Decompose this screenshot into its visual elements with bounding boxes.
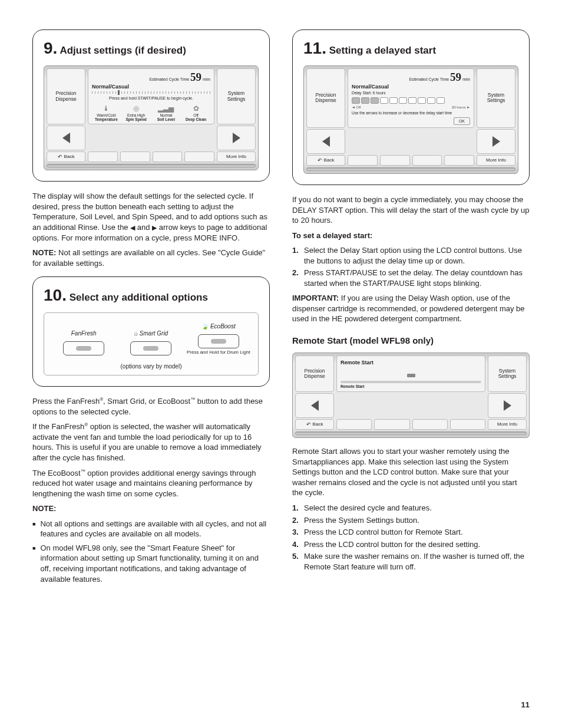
more-info-button: More Info [217,151,256,162]
est-value: 59 [450,71,461,83]
remote-steps-list: 1.Select the desired cycle and features.… [292,503,530,572]
step-10-p1: Press the FanFresh®, Smart Grid, or EcoB… [32,396,270,417]
ok-button: OK [454,117,470,125]
back-button: ↶Back [47,151,85,162]
lcd-scrollbar [295,431,527,435]
step-9-title: 9. Adjust settings (if desired) [44,37,259,60]
step-11-title: 11. Setting a delayed start [303,37,518,60]
arrow-left-button [47,126,85,150]
step-10-heading: Select any additional options [70,292,208,303]
lcd-hint: Press and hold START/PAUSE to begin cycl… [92,95,210,101]
soil-icon: ▂▃▅ [152,103,181,114]
house-icon: ⌂ [134,330,138,338]
drum-light-sublabel: Press and Hold for Drum Light [186,350,251,355]
ecoboost-button [198,334,239,348]
lcd-soft-button [336,419,372,430]
delay-steps-list: 1.Select the Delay Start option using th… [292,245,530,288]
triangle-right-icon [233,133,240,143]
right-arrow-glyph: ▶ [152,224,157,231]
temperature-icon: 🌡 [92,103,121,114]
triangle-right-icon [504,400,511,411]
spin-icon: ◎ [122,103,151,114]
precision-dispense-label: Precision Dispense [295,355,334,392]
arrow-left-button [295,393,334,418]
list-item: 5.Make sure the washer remains on. If th… [292,551,530,572]
lcd-soft-button [120,151,150,162]
step-9-body: The display will show the default settin… [32,191,270,243]
lcd-center: Remote Start Remote Start [336,355,485,392]
delay-set-label: To set a delayed start: [292,230,530,241]
lcd-soft-button [444,155,474,166]
smart-grid-button [130,341,171,355]
back-icon: ↶ [306,421,311,428]
system-settings-label: System Settings [488,355,527,392]
settings-tick-strip [92,91,210,94]
lcd-soft-button [184,151,214,162]
est-unit: min [203,77,210,82]
arrow-right-button [217,126,256,150]
step-11-box: 11. Setting a delayed start Precision Di… [292,29,530,185]
bullet-item: Not all options and settings are availab… [32,519,270,539]
step-11-lcd: Precision Dispense Estimated Cycle Time … [303,65,518,174]
remote-strip [340,381,481,383]
step-11-important: IMPORTANT: If you are using the Delay Wa… [292,293,530,324]
cycle-name: Normal/Casual [92,83,210,90]
lcd-soft-button [88,151,118,162]
step-11-heading: Setting a delayed start [329,45,436,56]
lcd-center: Estimated Cycle Time 59 min Normal/Casua… [348,68,474,128]
back-icon: ↶ [318,157,322,164]
delay-off-label: ◄ Off [352,105,361,110]
fanfresh-button [63,341,104,355]
system-settings-label: System Settings [217,68,256,125]
list-item: 2.Press START/PAUSE to set the delay. Th… [292,268,530,288]
step-9-lcd: Precision Dispense Estimated Cycle Time … [44,65,259,171]
back-button: ↶Back [306,155,345,166]
step-9-note: NOTE: Not all settings are available on … [32,248,270,268]
lcd-scrollbar [47,164,256,167]
system-settings-label: System Settings [477,68,515,128]
triangle-left-icon [62,133,70,143]
list-item: 3.Press the LCD control button for Remot… [292,527,530,538]
leaf-icon: 🍃 [201,322,209,331]
step-10-box: 10. Select any additional options FanFre… [32,276,270,387]
lcd-soft-button [374,419,409,430]
cycle-name: Normal/Casual [352,83,470,90]
step-10-title: 10. Select any additional options [44,284,259,307]
bullet-item: On model WFL98 only, see the "Smart Feat… [32,543,270,584]
setting-spin-speed: ◎Extra HighSpin Speed [122,103,151,121]
lcd-soft-button [412,419,448,430]
step-9-heading: Adjust settings (if desired) [59,45,186,56]
lcd-soft-button [348,155,378,166]
more-info-button: More Info [477,155,515,166]
remote-indicator-icon [407,374,415,377]
triangle-left-icon [311,400,319,411]
lcd-soft-button [412,155,442,166]
step-11-number: 11. [303,39,326,57]
est-unit: min [462,77,470,82]
remote-start-heading: Remote Start (model WFL98 only) [292,335,530,347]
delay-boxes [352,97,470,104]
lcd-scrollbar [306,167,515,171]
precision-dispense-label: Precision Dispense [47,68,85,125]
back-button: ↶Back [295,419,334,430]
arrow-right-button [477,129,515,154]
back-icon: ↶ [58,153,62,160]
remote-start-title: Remote Start [340,359,481,366]
delay-hint: Use the arrows to increase or decrease t… [352,111,470,116]
step-9-number: 9. [44,39,57,57]
options-vary-note: (options vary by model) [50,363,252,371]
option-ecoboost: 🍃EcoBoost Press and Hold for Drum Light [186,321,251,355]
precision-dispense-label: Precision Dispense [306,68,345,128]
step-9-box: 9. Adjust settings (if desired) Precisio… [32,29,270,182]
step-10-note-label: NOTE: [32,503,270,514]
lcd-soft-button [450,419,485,430]
step-10-bullets: Not all options and settings are availab… [32,519,270,584]
delay-max-label: 20 hours ► [452,105,470,110]
lcd-soft-button [380,155,410,166]
lcd-center: Estimated Cycle Time 59 min Normal/Casua… [88,68,214,125]
arrow-right-button [488,393,527,418]
option-fanfresh: FanFresh [51,328,116,355]
est-label: Estimated Cycle Time [149,77,189,81]
lcd-soft-button [153,151,183,162]
list-item: 4.Press the LCD control button for the d… [292,539,530,550]
